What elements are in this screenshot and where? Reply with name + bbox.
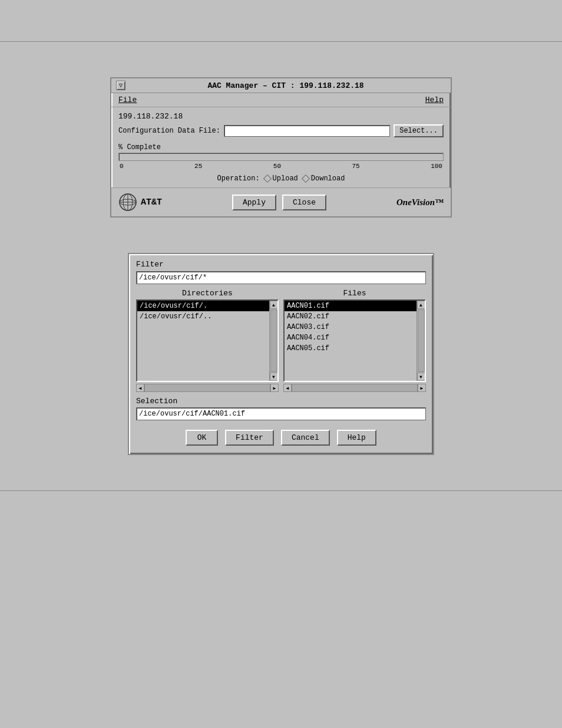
filter-button[interactable]: Filter [225,430,274,446]
files-hscroll-right[interactable]: ▶ [418,384,426,392]
file-item-1[interactable]: AACN02.cif [285,311,416,322]
top-rule [0,41,562,42]
file-item-3[interactable]: AACN04.cif [285,332,416,343]
files-header: Files [283,289,426,298]
dir-hscroll-row: ◀ ▶ [136,384,279,392]
files-hscroll-track [292,384,417,391]
config-row: Configuration Data File: Select... [118,124,444,137]
file-panels: Directories /ice/ovusr/cif/. /ice/ovusr/… [136,289,426,392]
file-item-0[interactable]: AACN01.cif [285,301,416,311]
file-selector-dialog: Filter Directories /ice/ovusr/cif/. /ice… [128,253,434,455]
dir-item-0[interactable]: /ice/ovusr/cif/. [137,301,269,311]
title-button[interactable]: ▽ [116,81,125,90]
dir-hscroll-bar[interactable] [144,384,270,392]
dir-hscroll-left[interactable]: ◀ [136,384,144,392]
dir-scroll-up[interactable]: ▲ [270,301,278,309]
files-scroll-down[interactable]: ▼ [417,373,425,381]
directories-list: /ice/ovusr/cif/. /ice/ovusr/cif/.. ▲ ▼ [136,299,279,382]
menubar: File Help [111,93,451,107]
help-button[interactable]: Help [337,430,376,446]
select-button[interactable]: Select... [394,124,444,137]
files-hscroll-left[interactable]: ◀ [283,384,292,392]
upload-radio-group[interactable]: Upload [265,174,298,183]
download-label: Download [311,174,345,183]
dir-item-1[interactable]: /ice/ovusr/cif/.. [137,311,269,322]
window-body: 199.118.232.18 Configuration Data File: … [111,107,451,187]
files-scroll-up[interactable]: ▲ [417,301,425,309]
dialog-body: Filter Directories /ice/ovusr/cif/. /ice… [129,254,433,454]
footer-buttons: Apply Close [232,195,326,210]
operation-row: Operation: Upload Download [118,174,444,183]
close-button[interactable]: Close [282,195,326,210]
dialog-footer: OK Filter Cancel Help [136,430,426,448]
ok-button[interactable]: OK [186,430,218,446]
filter-input[interactable] [136,271,426,284]
dir-scroll-down[interactable]: ▼ [270,373,278,381]
files-panel: Files AACN01.cif AACN02.cif AACN03.cif A… [283,289,426,392]
progress-label: % Complete [118,143,444,151]
upload-radio[interactable] [263,174,272,183]
file-item-2[interactable]: AACN03.cif [285,322,416,332]
files-scroll-thumb[interactable] [418,309,425,372]
filter-label: Filter [136,260,426,269]
dir-hscroll-right[interactable]: ▶ [270,384,279,392]
operation-label: Operation: [217,174,260,183]
download-radio-group[interactable]: Download [303,174,345,183]
files-hscroll-bar[interactable] [292,384,418,392]
config-label: Configuration Data File: [118,127,220,135]
files-hscroll-row: ◀ ▶ [283,384,426,392]
selection-input[interactable] [136,407,426,420]
file-menu[interactable]: File [116,95,139,105]
window-footer: AT&T Apply Close OneVision™ [111,187,451,216]
progress-scale: 0 25 50 75 100 [118,163,444,170]
server-ip-label: 199.118.232.18 [118,112,444,121]
cancel-button[interactable]: Cancel [281,430,330,446]
page-wrapper: ▽ AAC Manager – CIT : 199.118.232.18 Fil… [0,24,562,521]
help-menu[interactable]: Help [423,95,446,105]
scale-25: 25 [194,163,202,170]
scale-0: 0 [120,163,124,170]
att-text: AT&T [141,197,162,207]
progress-bar [118,153,444,161]
upload-label: Upload [273,174,298,183]
scale-50: 50 [273,163,281,170]
apply-button[interactable]: Apply [232,195,276,210]
files-list: AACN01.cif AACN02.cif AACN03.cif AACN04.… [283,299,426,382]
selection-section: Selection [136,397,426,425]
titlebar: ▽ AAC Manager – CIT : 199.118.232.18 [111,78,451,93]
onevision-logo: OneVision™ [396,197,444,207]
dir-scroll-thumb[interactable] [270,309,277,372]
directories-panel: Directories /ice/ovusr/cif/. /ice/ovusr/… [136,289,279,392]
att-logo: AT&T [118,193,162,212]
file-item-4[interactable]: AACN05.cif [285,343,416,354]
scale-100: 100 [431,163,442,170]
bottom-rule [0,490,562,491]
selection-label: Selection [136,397,426,406]
dir-scrollbar[interactable]: ▲ ▼ [269,301,277,381]
files-scrollbar[interactable]: ▲ ▼ [416,301,425,381]
dir-hscroll-track [145,384,270,391]
window-title: AAC Manager – CIT : 199.118.232.18 [125,81,446,90]
progress-section: % Complete 0 25 50 75 100 [118,143,444,170]
directories-header: Directories [136,289,279,298]
aac-manager-window: ▽ AAC Manager – CIT : 199.118.232.18 Fil… [110,77,452,218]
att-globe-icon [118,193,137,212]
download-radio[interactable] [302,174,310,183]
config-input[interactable] [224,125,390,137]
scale-75: 75 [352,163,359,170]
